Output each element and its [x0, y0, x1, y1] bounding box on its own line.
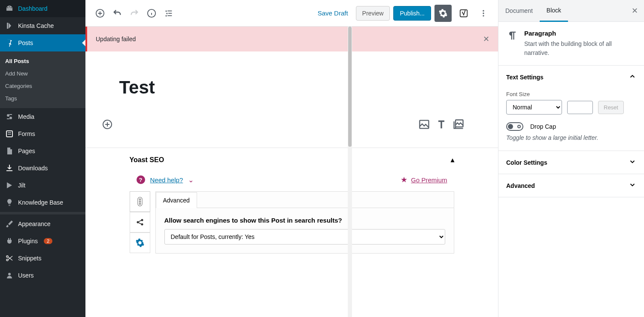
subitem-all-posts[interactable]: All Posts [0, 55, 85, 67]
svg-point-29 [141, 223, 143, 226]
settings-tabs: Document Block ✕ [498, 0, 644, 22]
sidebar-item-kinsta[interactable]: Kinsta Cache [0, 17, 85, 34]
tab-document[interactable]: Document [498, 0, 540, 21]
reset-button[interactable]: Reset [598, 101, 624, 114]
chevron-down-icon [629, 181, 636, 190]
pin-icon [5, 39, 14, 47]
sidebar-label: Posts [18, 39, 33, 46]
image-block-icon[interactable] [418, 118, 430, 130]
subitem-add-new[interactable]: Add New [0, 67, 85, 80]
drop-cap-label: Drop Cap [530, 123, 556, 130]
font-size-label: Font Size [506, 91, 636, 97]
svg-rect-12 [167, 13, 168, 14]
subitem-tags[interactable]: Tags [0, 92, 85, 105]
plug-icon [5, 237, 14, 245]
svg-rect-14 [166, 15, 167, 16]
sidebar-item-appearance[interactable]: Appearance [0, 215, 85, 232]
sidebar-item-users[interactable]: Users [0, 267, 85, 284]
svg-point-18 [483, 12, 484, 14]
sidebar-item-posts[interactable]: Posts [0, 34, 85, 51]
sidebar-item-snippets[interactable]: Snippets [0, 250, 85, 267]
post-title-input[interactable]: Test [119, 77, 465, 98]
outline-button[interactable] [161, 6, 176, 21]
go-premium-link[interactable]: Go Premium [411, 176, 447, 184]
error-notice: Updating failed ✕ [85, 27, 498, 51]
drop-cap-toggle[interactable] [506, 122, 523, 131]
block-desc: Start with the building block of all nar… [524, 39, 636, 57]
heading-block-icon[interactable] [435, 118, 447, 130]
media-icon [5, 112, 14, 121]
text-settings-toggle[interactable]: Text Settings [498, 66, 644, 88]
sidebar-item-jilt[interactable]: Jilt [0, 177, 85, 194]
sidebar-label: Pages [18, 148, 35, 154]
yoast-panel-toggle[interactable]: Yoast SEO ▴ [119, 148, 465, 172]
sidebar-item-kb[interactable]: Knowledge Base [0, 194, 85, 211]
chevron-down-icon[interactable]: ⌄ [188, 176, 194, 184]
sidebar-item-pages[interactable]: Pages [0, 142, 85, 160]
dashboard-icon [5, 4, 14, 13]
settings-button[interactable] [434, 5, 452, 22]
yoast-search-engines-select[interactable]: Default for Posts, currently: Yes [164, 229, 445, 245]
svg-point-28 [141, 219, 143, 221]
advanced-settings-toggle[interactable]: Advanced [498, 174, 644, 197]
font-size-select[interactable]: Normal [506, 100, 562, 115]
svg-point-5 [6, 256, 8, 257]
sidebar-label: Jilt [18, 182, 25, 189]
star-icon: ★ [401, 175, 407, 184]
downloads-icon [5, 164, 14, 172]
gallery-block-icon[interactable] [453, 118, 465, 130]
preview-button[interactable]: Preview [356, 6, 390, 21]
svg-rect-16 [460, 9, 468, 17]
svg-point-17 [483, 10, 484, 11]
scissors-icon [5, 254, 14, 263]
yoast-tab-readability[interactable] [130, 191, 150, 212]
sidebar-item-downloads[interactable]: Downloads [0, 160, 85, 177]
sidebar-label: Users [18, 272, 34, 279]
yoast-tab-social[interactable] [130, 212, 150, 232]
svg-point-1 [9, 117, 12, 119]
info-button[interactable] [144, 6, 159, 21]
svg-point-25 [139, 201, 140, 202]
sidebar-item-dashboard[interactable]: Dashboard [0, 0, 85, 17]
svg-rect-10 [166, 10, 167, 12]
sidebar-label: Dashboard [18, 5, 48, 12]
settings-sidebar: Document Block ✕ Paragraph Start with th… [498, 0, 644, 317]
sidebar-label: Kinsta Cache [18, 22, 54, 29]
sidebar-item-plugins[interactable]: Plugins 2 [0, 232, 85, 250]
yoast-tab-advanced[interactable] [130, 232, 150, 253]
jilt-icon [5, 181, 14, 190]
sidebar-label: Forms [18, 130, 35, 137]
sidebar-label: Media [18, 113, 34, 120]
block-name: Paragraph [524, 30, 636, 37]
more-options-button[interactable] [476, 6, 491, 21]
scrollbar-thumb[interactable] [348, 27, 352, 147]
yoast-button[interactable] [455, 5, 472, 22]
sidebar-item-forms[interactable]: Forms [0, 125, 85, 142]
svg-point-6 [6, 259, 8, 261]
save-draft-button[interactable]: Save Draft [313, 6, 352, 20]
svg-rect-15 [167, 15, 172, 16]
svg-point-24 [139, 199, 140, 200]
sidebar-label: Knowledge Base [18, 199, 63, 206]
block-appender [119, 115, 465, 142]
notice-close-button[interactable]: ✕ [483, 34, 489, 44]
tab-block[interactable]: Block [540, 0, 568, 22]
scrollbar[interactable] [348, 27, 352, 317]
sidebar-item-media[interactable]: Media [0, 108, 85, 125]
sidebar-label: Appearance [18, 220, 51, 227]
redo-button[interactable] [127, 6, 142, 21]
add-block-button[interactable] [92, 6, 108, 21]
font-size-input[interactable] [567, 101, 593, 114]
chevron-down-icon [629, 158, 636, 167]
add-block-inline-button[interactable] [102, 119, 112, 130]
close-settings-button[interactable]: ✕ [626, 6, 644, 15]
editor-toolbar: Save Draft Preview Publish... [85, 0, 498, 27]
color-settings-toggle[interactable]: Color Settings [498, 151, 644, 174]
publish-button[interactable]: Publish... [393, 6, 431, 21]
subitem-categories[interactable]: Categories [0, 80, 85, 92]
yoast-subtab-advanced[interactable]: Advanced [156, 192, 197, 208]
need-help-link[interactable]: Need help? [150, 176, 183, 184]
undo-button[interactable] [109, 6, 125, 21]
sidebar-separator [0, 212, 85, 214]
svg-point-0 [7, 114, 9, 117]
